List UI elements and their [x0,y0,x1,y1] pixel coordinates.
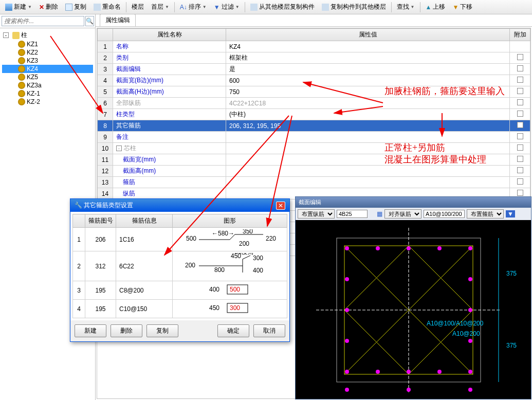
prop-row[interactable]: 8其它箍筋206, 312, 195, 195 [98,120,530,132]
svg-point-44 [407,388,411,392]
stirrup-row[interactable]: 3195C8@200400500 [73,281,287,300]
stirrup-value-input[interactable] [424,210,465,218]
search-input[interactable] [2,16,84,26]
floor-select[interactable]: 首层▼ [148,2,172,12]
svg-text:400: 400 [253,267,263,274]
svg-point-37 [468,339,472,343]
dlg-delete-button[interactable]: 删除 [111,324,142,337]
stirrup-label-2: A10@200 [452,330,480,337]
align-long-select[interactable]: 对齐纵筋 [384,209,421,219]
svg-point-42 [468,370,472,374]
svg-text:90度角: 90度角 [235,253,254,256]
prop-row[interactable]: 7柱类型(中柱) [98,109,530,120]
tree-item-KZ1[interactable]: KZ1 [2,40,93,48]
tree-item-KZ5[interactable]: KZ5 [2,73,93,81]
svg-point-38 [345,370,349,374]
section-canvas[interactable]: 375 375 A10@100/A10@200 A10@200 [296,220,531,399]
svg-text:350: 350 [243,229,253,235]
svg-point-30 [437,246,442,250]
prop-row[interactable]: 2类别框架柱 [98,52,530,64]
prop-row[interactable]: 13 箍筋 [98,177,530,188]
long-value-input[interactable] [337,210,368,218]
place-long-select[interactable]: 布置纵筋 [298,209,335,219]
col-stirrup-info: 箍筋信息 [116,214,173,228]
component-tree: - 柱 KZ1KZ2KZ3KZ4KZ5KZ3aKZ-1KZ-2 [0,28,95,108]
dlg-ok-button[interactable]: 确定 [217,324,249,337]
copyto-button[interactable]: 复制构件到其他楼层 [319,2,389,12]
svg-point-40 [407,370,411,374]
dialog-icon: 🔧 [75,202,82,209]
section-editor-window: 截面编辑 布置纵筋 ▦ 对齐纵筋 布置箍筋 ▼ [295,196,531,399]
filter-button[interactable]: ▼过滤▼ [211,2,243,12]
dlg-copy-button[interactable]: 复制 [146,324,178,337]
svg-text:500: 500 [230,286,240,293]
dlg-new-button[interactable]: 新建 [75,324,106,337]
dropdown-arrow-icon[interactable]: ▼ [506,210,515,217]
tree-item-KZ-1[interactable]: KZ-1 [2,89,93,98]
copyfrom-button[interactable]: 从其他楼层复制构件 [247,2,318,12]
new-button[interactable]: 新建▼ [2,2,35,12]
tree-item-KZ-2[interactable]: KZ-2 [2,98,93,106]
stirrup-row[interactable]: 23126C2220080045030040090度角 [73,251,287,281]
svg-text:←580→: ←580→ [212,230,234,237]
prop-row[interactable]: 1名称KZ4 [98,41,530,52]
prop-row[interactable]: 6全部纵筋4C22+12C18 [98,98,530,109]
find-button[interactable]: 查找▼ [394,2,418,12]
tree-item-KZ3a[interactable]: KZ3a [2,81,93,89]
dialog-close-button[interactable]: ✕ [276,202,285,210]
svg-point-31 [468,246,472,250]
svg-point-32 [345,277,349,281]
moveup-button[interactable]: ▲上移 [423,2,449,12]
rename-button[interactable]: 重命名 [90,2,124,12]
tree-item-KZ4[interactable]: KZ4 [2,65,93,73]
prop-row[interactable]: 3截面编辑是 [98,64,530,75]
svg-text:300: 300 [253,254,263,262]
svg-point-29 [407,246,411,250]
delete-button[interactable]: ✕删除 [36,2,61,12]
svg-text:200: 200 [185,262,195,269]
prop-row[interactable]: 5截面高(H边)(mm)750 [98,86,530,98]
tree-item-KZ2[interactable]: KZ2 [2,48,93,57]
svg-point-45 [468,388,472,392]
svg-point-36 [345,339,349,343]
col-attach: 附加 [510,29,530,41]
stirrup-row[interactable]: 4195C10@150450300 [73,300,287,318]
col-stirrup-shape: 图形 [173,214,287,228]
stirrup-label-1: A10@100/A10@200 [427,320,484,327]
svg-text:300: 300 [230,304,240,312]
search-button[interactable]: 🔍 [85,16,94,26]
tree-root[interactable]: - 柱 [2,30,93,40]
col-propvalue: 属性值 [226,29,510,41]
movedown-button[interactable]: ▼下移 [449,2,475,12]
floor-label: 楼层 [129,2,147,12]
prop-row[interactable]: 4截面宽(B边)(mm)600 [98,75,530,86]
main-toolbar: 新建▼ ✕删除 复制 重命名 楼层 首层▼ A↓排序▼ ▼过滤▼ 从其他楼层复制… [0,0,532,14]
dialog-title: 其它箍筋类型设置 [84,202,133,209]
section-editor-title: 截面编辑 [296,197,531,208]
dlg-cancel-button[interactable]: 取消 [253,324,285,337]
svg-text:500: 500 [186,235,196,242]
svg-point-35 [468,308,472,312]
svg-point-41 [437,370,442,374]
prop-row[interactable]: 9备注 [98,132,530,143]
col-stirrup-num: 箍筋图号 [85,214,116,228]
svg-point-39 [376,370,380,374]
svg-text:450: 450 [209,304,219,312]
sort-button[interactable]: A↓排序▼ [177,2,210,12]
svg-text:400: 400 [209,286,219,293]
stirrup-row[interactable]: 12061C16500←580→350200220 [73,228,287,251]
prop-row[interactable]: 10-芯柱 [98,143,530,154]
svg-point-34 [345,308,349,312]
copy-button[interactable]: 复制 [62,2,89,12]
col-propname: 属性名称 [113,29,226,41]
stirrup-type-dialog: 🔧 其它箍筋类型设置 ✕ 箍筋图号 箍筋信息 图形 12061C16500←58… [70,198,290,342]
prop-row[interactable]: 12 截面高(mm) [98,166,530,177]
dim-375-top: 375 [506,270,517,277]
svg-point-33 [468,277,472,281]
place-stirrup-select[interactable]: 布置箍筋 [467,209,504,219]
tree-item-KZ3[interactable]: KZ3 [2,57,93,65]
tab-property-edit[interactable]: 属性编辑 [100,14,136,26]
svg-point-27 [345,246,349,250]
prop-row[interactable]: 11 截面宽(mm) [98,154,530,166]
dim-375-bottom: 375 [506,342,517,349]
